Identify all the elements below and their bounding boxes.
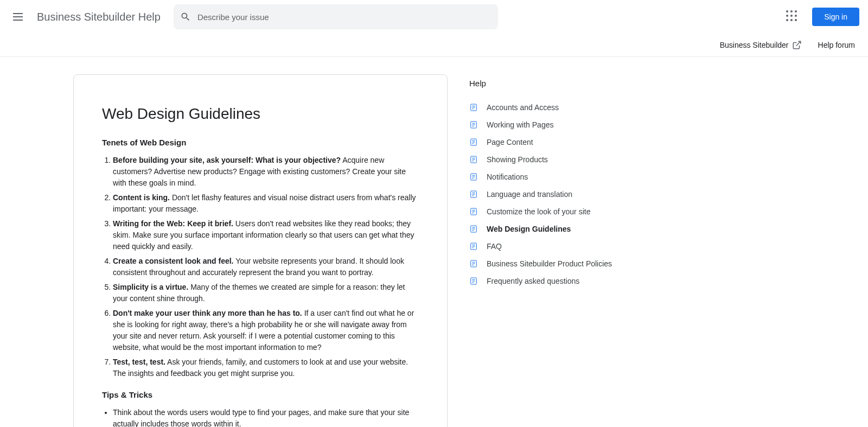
- help-item-label: Web Design Guidelines: [487, 225, 571, 233]
- apps-grid-icon[interactable]: [782, 6, 803, 28]
- help-sidebar-item[interactable]: FAQ: [469, 238, 632, 255]
- hamburger-menu-icon[interactable]: [9, 6, 30, 28]
- signin-button[interactable]: Sign in: [812, 8, 859, 26]
- search-input[interactable]: [197, 12, 492, 22]
- tip-item: Think about the words users would type t…: [113, 407, 419, 427]
- tenet-bold: Before building your site, ask yourself:…: [113, 156, 341, 164]
- article-icon: [469, 277, 478, 285]
- help-item-label: FAQ: [487, 242, 502, 251]
- article-icon: [469, 225, 478, 233]
- help-sidebar-item[interactable]: Page Content: [469, 133, 632, 151]
- help-item-label: Accounts and Access: [487, 103, 559, 112]
- help-item-label: Showing Products: [487, 155, 548, 164]
- section-heading-tenets: Tenets of Web Design: [102, 138, 419, 147]
- help-sidebar-item[interactable]: Notifications: [469, 168, 632, 186]
- article-icon: [469, 190, 478, 199]
- search-bar[interactable]: [174, 4, 498, 29]
- article-icon: [469, 173, 478, 181]
- help-item-label: Customize the look of your site: [487, 207, 590, 216]
- search-icon: [180, 11, 191, 22]
- sub-header: Business Sitebuilder Help forum: [0, 34, 868, 57]
- tips-list: Think about the words users would type t…: [102, 407, 419, 427]
- tenet-bold: Create a consistent look and feel.: [113, 257, 234, 265]
- help-sidebar-item[interactable]: Language and translation: [469, 186, 632, 203]
- product-link[interactable]: Business Sitebuilder: [720, 40, 802, 50]
- tenet-item: Before building your site, ask yourself:…: [113, 155, 419, 189]
- article-card: Web Design Guidelines Tenets of Web Desi…: [73, 74, 448, 427]
- tenet-item: Don't make your user think any more than…: [113, 308, 419, 353]
- help-sidebar-item[interactable]: Showing Products: [469, 151, 632, 168]
- tenet-item: Test, test, test. Ask your friends, fami…: [113, 356, 419, 379]
- tenet-item: Writing for the Web: Keep it brief. User…: [113, 218, 419, 252]
- section-heading-tips: Tips & Tricks: [102, 390, 419, 399]
- tenet-bold: Don't make your user think any more than…: [113, 309, 302, 317]
- help-sidebar-item[interactable]: Web Design Guidelines: [469, 220, 632, 238]
- help-item-label: Working with Pages: [487, 120, 553, 129]
- tenet-item: Simplicity is a virtue. Many of the them…: [113, 282, 419, 304]
- article-icon: [469, 242, 478, 251]
- open-external-icon: [792, 40, 802, 50]
- article-title: Web Design Guidelines: [102, 105, 419, 123]
- help-item-label: Language and translation: [487, 190, 572, 199]
- help-sidebar-item[interactable]: Business Sitebuilder Product Policies: [469, 255, 632, 272]
- product-link-label: Business Sitebuilder: [720, 41, 789, 49]
- main-content: Web Design Guidelines Tenets of Web Desi…: [62, 57, 806, 427]
- help-forum-link[interactable]: Help forum: [818, 41, 855, 49]
- header-right: Sign in: [782, 6, 859, 28]
- help-item-label: Frequently asked questions: [487, 277, 579, 285]
- tenet-bold: Test, test, test.: [113, 358, 165, 366]
- help-sidebar: Help Accounts and AccessWorking with Pag…: [469, 74, 632, 427]
- help-item-label: Notifications: [487, 173, 528, 181]
- tenet-item: Content is king. Don't let flashy featur…: [113, 192, 419, 215]
- help-sidebar-item[interactable]: Customize the look of your site: [469, 203, 632, 220]
- article-icon: [469, 155, 478, 164]
- tenet-bold: Content is king.: [113, 193, 170, 202]
- help-sidebar-item[interactable]: Accounts and Access: [469, 99, 632, 116]
- article-icon: [469, 259, 478, 268]
- tenet-bold: Writing for the Web: Keep it brief.: [113, 219, 233, 228]
- help-sidebar-item[interactable]: Frequently asked questions: [469, 272, 632, 290]
- article-icon: [469, 207, 478, 216]
- site-title: Business Sitebuilder Help: [37, 11, 161, 23]
- sidebar-heading: Help: [469, 79, 632, 88]
- help-item-label: Page Content: [487, 138, 533, 146]
- tenet-bold: Simplicity is a virtue.: [113, 283, 188, 291]
- tenet-item: Create a consistent look and feel. Your …: [113, 256, 419, 278]
- article-icon: [469, 103, 478, 112]
- help-item-label: Business Sitebuilder Product Policies: [487, 259, 612, 268]
- top-header: Business Sitebuilder Help Sign in: [0, 0, 868, 34]
- help-sidebar-item[interactable]: Working with Pages: [469, 116, 632, 133]
- article-icon: [469, 120, 478, 129]
- article-icon: [469, 138, 478, 146]
- tenets-list: Before building your site, ask yourself:…: [102, 155, 419, 379]
